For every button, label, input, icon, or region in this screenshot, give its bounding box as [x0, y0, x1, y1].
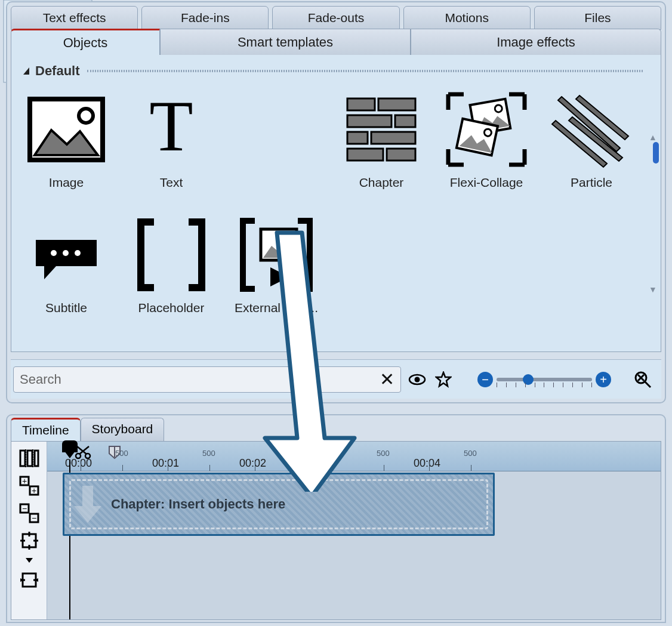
chapter-icon — [343, 94, 420, 165]
ruler-minor-tick: 500 — [464, 449, 477, 458]
svg-text:+: + — [31, 486, 36, 495]
section-header[interactable]: Default — [11, 55, 661, 82]
svg-rect-9 — [347, 149, 383, 161]
svg-rect-4 — [378, 98, 415, 110]
tab-storyboard[interactable]: Storyboard — [81, 418, 165, 441]
object-placeholder[interactable]: Placeholder — [119, 210, 224, 335]
text-icon: T — [135, 94, 207, 165]
svg-marker-28 — [436, 372, 451, 386]
section-divider — [87, 70, 643, 72]
scroll-up-icon[interactable]: ▲ — [649, 132, 657, 142]
object-chapter[interactable]: Chapter — [329, 85, 434, 210]
timeline-main[interactable]: 00:0000:0100:0200:04500500500500500 Chap… — [47, 442, 661, 619]
svg-point-21 — [51, 250, 57, 256]
chapter-drop-area[interactable]: Chapter: Insert objects here — [63, 473, 495, 536]
timeline-panel: Timeline Storyboard ++ −− 00:0000:0100:0… — [6, 414, 666, 623]
timeline-body: ++ −− 00:0000:0100:0200:0450050050050050… — [11, 441, 661, 620]
tool-cut-icon[interactable] — [16, 445, 43, 471]
timeline-side-tools: ++ −− — [11, 442, 47, 619]
favorite-star-icon[interactable] — [433, 369, 454, 390]
collapse-triangle-icon[interactable] — [23, 67, 29, 75]
svg-point-22 — [63, 250, 69, 256]
particle-icon — [550, 91, 633, 168]
tab-objects[interactable]: Objects — [11, 29, 160, 55]
ruler-major-tick: 00:01 — [152, 457, 179, 470]
object-particle[interactable]: Particle — [539, 85, 644, 210]
objects-palette: Default Image T — [11, 55, 661, 352]
object-video[interactable] — [224, 85, 329, 210]
tab-motions[interactable]: Motions — [403, 6, 531, 30]
object-image[interactable]: Image — [14, 85, 119, 210]
svg-text:−: − — [21, 504, 26, 513]
svg-point-23 — [75, 250, 81, 256]
placeholder-icon — [132, 216, 210, 294]
svg-rect-8 — [371, 132, 415, 144]
drop-arrow-icon — [73, 483, 103, 525]
preview-eye-icon[interactable] — [407, 369, 427, 390]
object-subtitle-label: Subtitle — [45, 301, 87, 315]
object-text-label: Text — [160, 175, 183, 190]
search-placeholder: Search — [20, 372, 380, 387]
subtitle-icon — [27, 222, 105, 288]
object-flexicollage[interactable]: Flexi-Collage — [434, 85, 539, 210]
scroll-thumb[interactable] — [653, 142, 659, 164]
tool-expand-icon[interactable] — [16, 555, 43, 566]
object-subtitle[interactable]: Subtitle — [14, 210, 119, 335]
tool-fit-zoom-icon[interactable] — [16, 528, 43, 554]
zoom-reset-icon[interactable] — [633, 369, 653, 390]
tab-smart-templates[interactable]: Smart templates — [160, 29, 411, 55]
tab-fade-ins[interactable]: Fade-ins — [141, 6, 269, 30]
svg-rect-7 — [347, 132, 368, 144]
flexicollage-icon — [445, 91, 528, 168]
search-input[interactable]: Search ✕ — [13, 366, 401, 393]
toolbox-panel: Text effects Fade-ins Fade-outs Motions … — [6, 1, 666, 403]
zoom-in-button[interactable]: + — [596, 372, 611, 387]
section-title: Default — [35, 63, 80, 79]
tool-add-track-icon[interactable]: ++ — [16, 473, 43, 499]
zoom-track[interactable] — [497, 378, 592, 381]
svg-text:+: + — [21, 476, 26, 486]
zoom-out-button[interactable]: − — [477, 372, 493, 387]
external-content-icon — [235, 216, 318, 294]
tab-row-primary: Objects Smart templates Image effects — [7, 29, 665, 55]
palette-scrollbar[interactable]: ▲ ▼ — [650, 132, 656, 294]
object-external-content[interactable]: External cont... — [224, 210, 329, 335]
tab-files[interactable]: Files — [534, 6, 661, 30]
tab-fade-outs[interactable]: Fade-outs — [272, 6, 399, 30]
tab-timeline[interactable]: Timeline — [11, 418, 81, 441]
svg-text:T: T — [149, 94, 193, 165]
palette-footer: Search ✕ − + — [11, 359, 661, 399]
chapter-hint-label: Chapter: Insert objects here — [111, 497, 285, 512]
svg-rect-13 — [457, 119, 498, 155]
svg-rect-10 — [387, 149, 415, 161]
ruler-minor-tick: 500 — [289, 449, 303, 458]
ruler-minor-tick: 500 — [115, 449, 128, 458]
object-text[interactable]: T Text — [119, 85, 224, 210]
svg-rect-3 — [347, 98, 375, 110]
ruler-minor-tick: 500 — [377, 449, 390, 458]
ruler-major-tick: 00:02 — [239, 457, 266, 470]
svg-marker-25 — [270, 267, 289, 286]
zoom-slider[interactable]: − + — [477, 372, 627, 387]
tab-image-effects[interactable]: Image effects — [411, 29, 661, 55]
ruler-major-tick: 00:04 — [414, 457, 440, 470]
timeline-ruler[interactable]: 00:0000:0100:0200:04500500500500500 — [47, 442, 661, 471]
objects-grid: Image T Text — [11, 85, 644, 335]
svg-rect-56 — [27, 451, 32, 466]
svg-rect-55 — [20, 451, 25, 466]
object-flexicollage-label: Flexi-Collage — [450, 175, 523, 190]
scroll-down-icon[interactable]: ▼ — [649, 285, 657, 294]
clear-search-icon[interactable]: ✕ — [380, 369, 394, 390]
object-chapter-label: Chapter — [359, 175, 404, 190]
tool-frame-zoom-icon[interactable] — [16, 567, 43, 593]
tab-row-secondary: Text effects Fade-ins Fade-outs Motions … — [7, 2, 665, 30]
object-particle-label: Particle — [571, 175, 612, 190]
tab-text-effects[interactable]: Text effects — [11, 6, 138, 30]
tool-remove-track-icon[interactable]: −− — [16, 500, 43, 526]
object-image-label: Image — [49, 175, 84, 190]
svg-rect-5 — [347, 115, 392, 127]
svg-rect-6 — [395, 115, 415, 127]
svg-text:−: − — [31, 513, 36, 523]
timeline-tabs: Timeline Storyboard — [7, 415, 665, 441]
svg-point-27 — [415, 377, 420, 382]
